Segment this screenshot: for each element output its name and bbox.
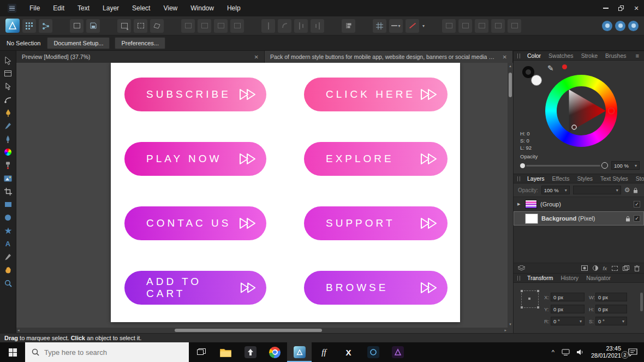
tab-color[interactable]: Color: [523, 51, 545, 60]
tab-layers[interactable]: Layers: [523, 174, 548, 183]
pen-tool[interactable]: [1, 107, 15, 118]
rotation-dropdown[interactable]: 0 °▾: [551, 317, 585, 325]
preferences-button[interactable]: Preferences...: [115, 37, 165, 49]
insert-on-top-icon[interactable]: [278, 19, 291, 33]
blend-mode-dropdown[interactable]: ▾: [573, 186, 621, 194]
opacity-slider-track[interactable]: [526, 165, 600, 167]
volume-icon[interactable]: [577, 349, 584, 355]
action-center-button[interactable]: 2: [628, 348, 637, 357]
background-layer-thumbnail[interactable]: [525, 213, 538, 224]
pixel-persona-icon[interactable]: [22, 19, 36, 33]
artboard-tool[interactable]: [1, 68, 15, 79]
save-document-icon[interactable]: [86, 19, 100, 33]
open-document-icon[interactable]: [70, 19, 84, 33]
menu-select[interactable]: Select: [126, 0, 157, 16]
affinity-designer-button[interactable]: [287, 342, 312, 362]
star-tool[interactable]: [1, 225, 15, 236]
tab-styles[interactable]: Styles: [573, 174, 597, 183]
order-backward-icon[interactable]: [214, 19, 228, 33]
document-setup-button[interactable]: Document Setup...: [47, 37, 110, 49]
show-alignment-handles-icon[interactable]: [475, 19, 488, 33]
menu-layer[interactable]: Layer: [96, 0, 126, 16]
panel-grip[interactable]: [517, 176, 520, 181]
layer-visibility-checkbox[interactable]: ✓: [634, 215, 640, 222]
designer-persona-icon[interactable]: [5, 19, 20, 33]
search-input[interactable]: [44, 348, 182, 357]
ellipse-tool[interactable]: [1, 212, 15, 223]
blend-options-gear-icon[interactable]: ⚙: [624, 186, 630, 194]
app-arrow-button[interactable]: [238, 342, 263, 362]
assistant-icon[interactable]: [602, 21, 612, 31]
vertical-scrollbar[interactable]: ▴ ▾: [508, 63, 513, 328]
selection-mode-box-icon[interactable]: [117, 19, 131, 33]
opacity-value-dropdown[interactable]: 100 % ▾: [611, 161, 640, 170]
replace-selection-icon[interactable]: [311, 19, 324, 33]
art-button-support[interactable]: SUPPORT: [304, 206, 448, 240]
selection-mode-lasso-icon[interactable]: [150, 19, 164, 33]
zoom-tool[interactable]: [1, 277, 15, 289]
doc-tab-preview[interactable]: Preview [Modified] (37.7%) ✕: [16, 51, 265, 63]
scroll-down-icon[interactable]: ▾: [509, 322, 511, 327]
corner-tool[interactable]: [1, 94, 15, 105]
snapping-toggle-icon[interactable]: [406, 19, 419, 33]
menu-file[interactable]: File: [23, 0, 46, 16]
panel-grip[interactable]: [517, 276, 520, 281]
tab-stock[interactable]: Stock: [632, 174, 644, 183]
layer-visibility-checkbox[interactable]: ✓: [634, 201, 640, 207]
doc-tab-buttons-pack[interactable]: Pack of modern style buttons for mobile …: [265, 51, 513, 63]
horizontal-scrollbar[interactable]: ◂ ▸: [16, 328, 508, 333]
group-layers-icon[interactable]: [623, 265, 629, 271]
layer-row-background[interactable]: Background (Pixel) ✓: [514, 211, 644, 225]
menu-text[interactable]: Text: [71, 0, 96, 16]
restore-button[interactable]: [613, 0, 629, 16]
tab-effects[interactable]: Effects: [548, 174, 574, 183]
fill-layer-icon[interactable]: [612, 266, 618, 271]
selection-mode-intersect-icon[interactable]: [134, 19, 147, 33]
x-input[interactable]: 0 px: [551, 293, 585, 301]
saturation-triangle[interactable]: [545, 75, 617, 147]
tab-history[interactable]: History: [557, 274, 582, 282]
shear-dropdown[interactable]: 0 °▾: [595, 317, 627, 325]
art-button-explore[interactable]: EXPLORE: [304, 142, 448, 176]
text-tool[interactable]: A: [1, 238, 15, 250]
mask-layer-icon[interactable]: [581, 265, 588, 271]
resources-icon[interactable]: [615, 21, 625, 31]
account-icon[interactable]: [628, 21, 639, 31]
fill-swatch[interactable]: [531, 75, 542, 86]
tab-text-styles[interactable]: Text Styles: [597, 174, 632, 183]
vector-brush-tool[interactable]: [1, 133, 15, 145]
start-button[interactable]: [0, 342, 25, 362]
art-button-subscribe[interactable]: SUBSCRIBE: [124, 78, 266, 111]
fill-stroke-swatches[interactable]: [522, 66, 542, 86]
close-button[interactable]: ✕: [629, 0, 644, 16]
style-picker-tool[interactable]: [1, 251, 15, 263]
menu-edit[interactable]: Edit: [46, 0, 71, 16]
expand-icon[interactable]: ▶: [517, 202, 522, 206]
vector-crop-tool[interactable]: [1, 186, 15, 197]
artboard[interactable]: SUBSCRIBE CLICK HERE PLAY NOW EXPLORE: [111, 63, 460, 322]
y-input[interactable]: 0 px: [551, 305, 585, 313]
x-app-button[interactable]: X: [336, 342, 361, 362]
menu-help[interactable]: Help: [220, 0, 247, 16]
snapping-presets-icon[interactable]: ▾: [389, 19, 403, 33]
snapping-caret-icon[interactable]: ▾: [422, 23, 425, 28]
export-persona-icon[interactable]: [39, 19, 52, 33]
fill-tool[interactable]: [1, 146, 15, 158]
art-button-contact-us[interactable]: CONTAC US: [124, 206, 266, 240]
delete-layer-icon[interactable]: [634, 265, 640, 271]
order-to-back-icon[interactable]: [230, 19, 244, 33]
tab-close-icon[interactable]: ✕: [254, 54, 259, 60]
task-view-button[interactable]: [189, 342, 213, 362]
insert-behind-icon[interactable]: [261, 19, 275, 33]
cycle-selection-box-icon[interactable]: [458, 19, 472, 33]
canvas-viewport[interactable]: SUBSCRIBE CLICK HERE PLAY NOW EXPLORE: [16, 63, 508, 328]
menu-window[interactable]: Window: [184, 0, 220, 16]
grid-icon[interactable]: [373, 19, 386, 33]
panel-menu-icon[interactable]: ≡: [634, 52, 641, 59]
edit-color-icon[interactable]: ✎: [547, 64, 554, 73]
scroll-left-icon[interactable]: ◂: [17, 328, 20, 333]
tab-stroke[interactable]: Stroke: [577, 51, 601, 60]
scroll-right-icon[interactable]: ▸: [504, 328, 506, 333]
art-button-add-to-cart[interactable]: ADD TO CART: [124, 271, 266, 305]
transform-separately-icon[interactable]: [442, 19, 456, 33]
